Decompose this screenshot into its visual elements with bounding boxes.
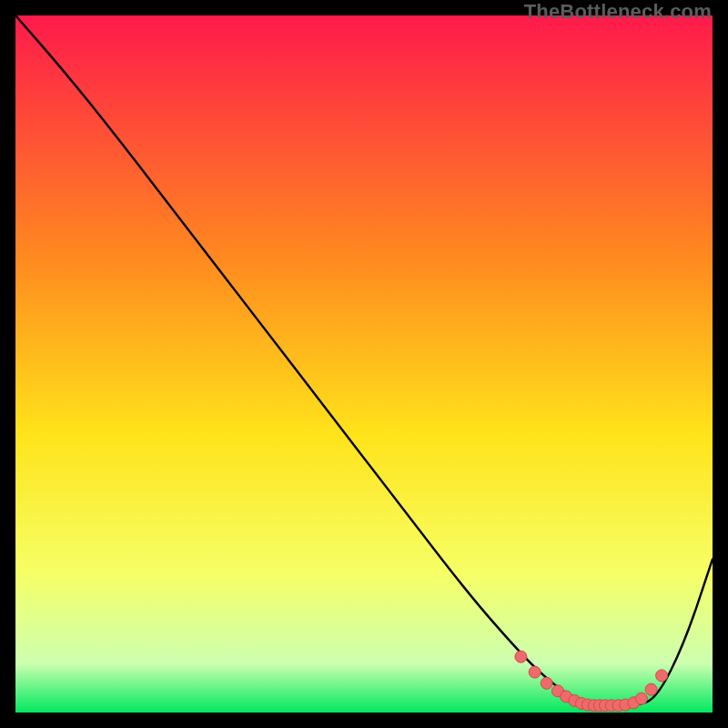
watermark-text: TheBottleneck.com	[524, 0, 712, 24]
marker-dot	[656, 670, 668, 682]
marker-dot	[515, 651, 527, 662]
chart-stage: TheBottleneck.com	[0, 0, 728, 728]
bottleneck-chart	[15, 15, 713, 713]
marker-dot	[645, 683, 657, 695]
marker-dot	[635, 693, 647, 704]
gradient-background	[15, 15, 713, 713]
marker-dot	[529, 666, 541, 678]
marker-dot	[541, 677, 552, 689]
